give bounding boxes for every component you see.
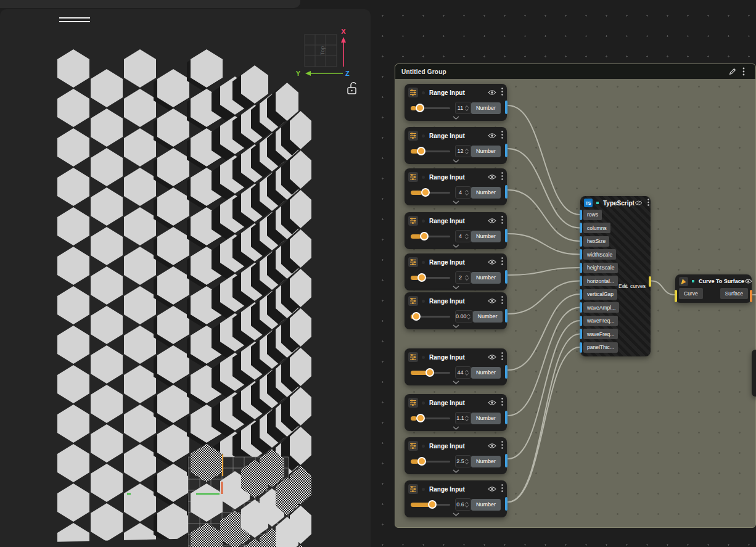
chevron-down-icon[interactable] [405, 512, 507, 516]
kebab-menu-icon[interactable] [501, 440, 503, 451]
input-port-pill[interactable]: waveFreq... [583, 329, 618, 339]
range-slider[interactable] [411, 232, 450, 241]
range-input-node[interactable]: Range Input0.6Number [405, 480, 507, 517]
kebab-menu-icon[interactable] [501, 257, 503, 268]
input-port-pill[interactable]: horizontal... [583, 276, 618, 286]
typescript-node[interactable]: TS TypeScript rowscolumnshexSizewidthSca… [580, 196, 651, 356]
kebab-menu-icon[interactable] [501, 130, 503, 141]
number-output-pill[interactable]: Number [471, 272, 501, 284]
range-input-node[interactable]: Range Input11Number [405, 84, 507, 121]
range-slider[interactable] [411, 104, 450, 112]
number-output-port[interactable] [505, 270, 507, 284]
stepper-buttons[interactable] [465, 502, 470, 508]
eye-icon[interactable] [488, 215, 496, 226]
offscreen-node[interactable] [752, 350, 756, 397]
value-input[interactable]: 12 [455, 145, 471, 157]
kebab-menu-icon[interactable] [501, 352, 503, 363]
stepper-buttons[interactable] [465, 234, 470, 239]
group-header[interactable]: Untitled Group [395, 64, 755, 79]
eye-icon[interactable] [744, 276, 752, 287]
range-input-node[interactable]: Range Input1.1Number [405, 394, 507, 431]
eye-off-icon[interactable] [635, 197, 643, 208]
range-slider[interactable] [411, 414, 450, 422]
number-output-pill[interactable]: Number [473, 311, 503, 323]
viewport-3d[interactable]: Top X Y Z [0, 9, 371, 547]
value-input[interactable]: 2 [455, 271, 471, 284]
eye-icon[interactable] [488, 130, 496, 141]
value-input[interactable]: 1.1 [455, 412, 471, 424]
input-port[interactable] [580, 342, 582, 353]
axis-gizmo[interactable]: Top X Y Z [296, 28, 350, 77]
curves-output[interactable]: curves [623, 283, 646, 289]
range-slider[interactable] [411, 273, 450, 282]
kebab-menu-icon[interactable] [738, 66, 749, 77]
eye-icon[interactable] [488, 257, 496, 268]
slider-handle[interactable] [425, 368, 434, 377]
number-output-port[interactable] [505, 411, 507, 424]
kebab-menu-icon[interactable] [501, 171, 503, 183]
number-output-pill[interactable]: Number [471, 146, 501, 157]
slider-handle[interactable] [417, 147, 425, 155]
chevron-down-icon[interactable] [405, 116, 507, 120]
input-port[interactable] [580, 263, 582, 273]
value-input[interactable]: 11 [455, 102, 471, 114]
slider-handle[interactable] [428, 500, 437, 509]
number-output-port[interactable] [505, 309, 507, 323]
input-port[interactable] [580, 223, 582, 233]
input-port-pill[interactable]: verticalGap [583, 289, 617, 300]
stepper-buttons[interactable] [465, 190, 470, 195]
input-port[interactable] [580, 302, 582, 313]
number-output-pill[interactable]: Number [471, 413, 501, 424]
unlock-icon[interactable] [348, 83, 356, 94]
stepper-buttons[interactable] [465, 416, 470, 421]
eye-icon[interactable] [488, 352, 496, 363]
range-slider[interactable] [411, 457, 450, 466]
number-output-port[interactable] [505, 144, 507, 157]
input-port-pill[interactable]: waveFreq... [583, 316, 618, 326]
range-slider[interactable] [411, 188, 450, 197]
number-output-pill[interactable]: Number [471, 187, 501, 199]
input-port-pill[interactable]: columns [583, 223, 610, 233]
eye-icon[interactable] [488, 171, 496, 183]
value-input[interactable]: 0.6 [455, 498, 471, 511]
chevron-down-icon[interactable] [405, 286, 507, 289]
value-input[interactable]: 0.00 [455, 310, 473, 323]
hamburger-icon[interactable] [59, 18, 90, 22]
input-port[interactable] [580, 316, 582, 326]
chevron-down-icon[interactable] [405, 244, 507, 248]
value-input[interactable]: 4 [455, 230, 471, 242]
pencil-icon[interactable] [727, 66, 738, 77]
chevron-down-icon[interactable] [405, 159, 507, 163]
number-output-port[interactable] [505, 497, 507, 511]
eye-icon[interactable] [488, 440, 496, 451]
stepper-buttons[interactable] [465, 370, 470, 376]
number-output-pill[interactable]: Number [471, 456, 501, 467]
chevron-down-icon[interactable] [405, 324, 507, 328]
kebab-menu-icon[interactable] [501, 87, 503, 98]
input-port[interactable] [580, 276, 582, 286]
chevron-down-icon[interactable] [405, 469, 507, 473]
input-port-pill[interactable]: waveAmpl... [583, 302, 619, 313]
chevron-down-icon[interactable] [405, 380, 507, 384]
number-output-pill[interactable]: Number [471, 367, 501, 379]
slider-handle[interactable] [417, 457, 426, 466]
value-input[interactable]: 4 [455, 186, 471, 199]
slider-handle[interactable] [416, 414, 425, 422]
range-input-node[interactable]: Range Input44Number [405, 348, 507, 385]
range-input-node[interactable]: Range Input4Number [405, 168, 507, 205]
kebab-menu-icon[interactable] [501, 397, 503, 408]
number-output-pill[interactable]: Number [471, 231, 501, 242]
slider-handle[interactable] [416, 104, 424, 112]
kebab-menu-icon[interactable] [501, 215, 503, 226]
eye-icon[interactable] [488, 87, 496, 98]
value-input[interactable]: 44 [455, 366, 471, 379]
range-slider[interactable] [411, 368, 450, 377]
kebab-menu-icon[interactable] [501, 483, 503, 495]
number-output-port[interactable] [505, 365, 507, 379]
range-slider[interactable] [411, 312, 450, 321]
range-slider[interactable] [411, 147, 450, 155]
curve-input-port[interactable] [675, 290, 677, 302]
slider-handle[interactable] [417, 273, 426, 282]
stepper-buttons[interactable] [467, 314, 472, 319]
range-input-node[interactable]: Range Input2Number [405, 253, 507, 290]
